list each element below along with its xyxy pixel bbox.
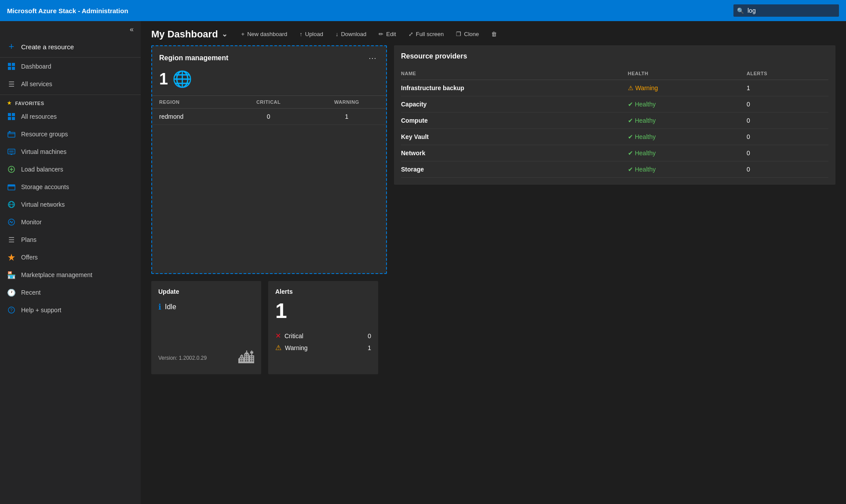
dashboard-title-wrap: My Dashboard ⌄ (151, 29, 227, 40)
rp-table-row[interactable]: Storage✔ Healthy0 (401, 161, 828, 178)
app-title: Microsoft Azure Stack - Administration (7, 7, 733, 15)
delete-icon: 🗑 (491, 31, 497, 37)
sidebar-item-marketplace-management[interactable]: 🏪 Marketplace management (0, 266, 141, 284)
update-version: Version: 1.2002.0.29 (158, 355, 207, 361)
update-footer: Version: 1.2002.0.29 🏙 (158, 349, 254, 367)
dashboard-icon (7, 62, 16, 71)
plus-icon: + (7, 42, 16, 51)
rp-row-alerts: 0 (743, 161, 828, 178)
download-label: Download (341, 31, 366, 37)
region-table-header-row: REGION CRITICAL WARNING (152, 96, 386, 109)
help-support-label: Help + support (21, 307, 61, 314)
dashboard-dropdown-icon[interactable]: ⌄ (222, 30, 227, 38)
new-dashboard-button[interactable]: + New dashboard (236, 28, 293, 40)
upload-label: Upload (305, 31, 323, 37)
rp-row-health: ⚠ Warning (624, 80, 743, 96)
marketplace-label: Marketplace management (21, 271, 92, 278)
rp-name-col-header: NAME (401, 67, 624, 80)
sidebar-item-plans[interactable]: ☰ Plans (0, 231, 141, 248)
sidebar-item-dashboard[interactable]: Dashboard (0, 58, 141, 75)
all-resources-label: All resources (21, 113, 57, 120)
sidebar-item-offers[interactable]: Offers (0, 248, 141, 266)
edit-icon: ✏ (379, 31, 383, 37)
all-services-icon: ☰ (7, 80, 16, 88)
rp-table-row[interactable]: Compute✔ Healthy0 (401, 113, 828, 129)
sidebar-item-storage-accounts[interactable]: Storage accounts (0, 178, 141, 196)
rp-row-name: Key Vault (401, 129, 624, 145)
all-services-label: All services (21, 80, 52, 88)
rp-row-name: Capacity (401, 96, 624, 113)
search-input[interactable] (733, 4, 839, 17)
resource-groups-label: Resource groups (21, 131, 68, 138)
rp-table-row[interactable]: Key Vault✔ Healthy0 (401, 129, 828, 145)
sidebar-item-all-resources[interactable]: All resources (0, 108, 141, 125)
offers-label: Offers (21, 254, 38, 261)
sidebar-item-monitor[interactable]: Monitor (0, 213, 141, 231)
clone-button[interactable]: ❐ Clone (451, 28, 484, 40)
region-management-tile: Region management ⋯ 1 🌐 REGION CRITICAL … (151, 45, 387, 274)
sidebar-item-recent[interactable]: 🕐 Recent (0, 284, 141, 301)
rp-alerts-col-header: ALERTS (743, 67, 828, 80)
rp-row-name: Storage (401, 161, 624, 178)
region-col-header: REGION (152, 96, 230, 109)
sidebar-item-help-support[interactable]: ? Help + support (0, 301, 141, 319)
upload-button[interactable]: ↑ Upload (294, 28, 328, 40)
sidebar-item-virtual-machines[interactable]: Virtual machines (0, 143, 141, 161)
region-count-number: 1 (159, 70, 168, 88)
new-dashboard-icon: + (241, 31, 245, 37)
collapse-button[interactable]: « (0, 21, 141, 36)
info-icon: ℹ (158, 302, 161, 312)
search-wrap: 🔍 (733, 4, 839, 17)
sidebar-item-resource-groups[interactable]: Resource groups (0, 125, 141, 143)
rp-table-row[interactable]: Network✔ Healthy0 (401, 145, 828, 161)
region-tile-menu-button[interactable]: ⋯ (366, 53, 379, 63)
region-critical-cell: 0 (230, 109, 307, 125)
favorites-section: ★ FAVORITES (0, 97, 141, 108)
virtual-networks-label: Virtual networks (21, 201, 65, 208)
check-circle-icon: ✔ (628, 166, 633, 173)
svg-rect-9 (9, 131, 11, 133)
region-count: 1 🌐 (152, 66, 386, 95)
fullscreen-icon: ⤢ (408, 31, 413, 37)
region-tile-header: Region management ⋯ (152, 46, 386, 66)
svg-rect-8 (8, 132, 15, 137)
rp-table-row[interactable]: Infrastructure backup⚠ Warning1 (401, 80, 828, 96)
sidebar-item-virtual-networks[interactable]: Virtual networks (0, 196, 141, 213)
sidebar-item-create-resource[interactable]: + Create a resource (0, 36, 141, 58)
rp-row-health: ✔ Healthy (624, 161, 743, 178)
globe-icon: 🌐 (172, 70, 192, 88)
rp-health-col-header: HEALTH (624, 67, 743, 80)
check-circle-icon: ✔ (628, 117, 633, 124)
edit-button[interactable]: ✏ Edit (373, 28, 401, 40)
warning-icon: ⚠ (275, 343, 281, 352)
alert-warning-row[interactable]: ⚠ Warning 1 (275, 342, 371, 354)
edit-label: Edit (386, 31, 396, 37)
rp-row-name: Compute (401, 113, 624, 129)
clone-icon: ❐ (456, 31, 461, 37)
main-layout: « + Create a resource Dashboard ☰ All se… (0, 21, 846, 504)
rp-table: NAME HEALTH ALERTS Infrastructure backup… (401, 67, 828, 178)
resource-providers-tile: Resource providers NAME HEALTH ALERTS In… (394, 45, 835, 185)
monitor-icon (7, 218, 16, 226)
fullscreen-label: Full screen (416, 31, 444, 37)
warning-triangle-icon: ⚠ (628, 84, 634, 91)
alert-critical-row[interactable]: ✕ Critical 0 (275, 330, 371, 342)
sidebar-item-load-balancers[interactable]: Load balancers (0, 161, 141, 178)
update-alerts-row: Update ℹ Idle Version: 1.2002.0.29 🏙 (151, 281, 387, 374)
load-balancers-icon (7, 165, 16, 174)
region-tile-title: Region management (159, 54, 228, 62)
critical-col-header: CRITICAL (230, 96, 307, 109)
sidebar-item-all-services[interactable]: ☰ All services (0, 75, 141, 93)
fullscreen-button[interactable]: ⤢ Full screen (403, 28, 449, 40)
delete-button[interactable]: 🗑 (486, 28, 502, 40)
region-table-row[interactable]: redmond 0 1 (152, 109, 386, 125)
download-button[interactable]: ↓ Download (330, 28, 372, 40)
region-warning-cell: 1 (307, 109, 386, 125)
rp-row-alerts: 1 (743, 80, 828, 96)
content-area: My Dashboard ⌄ + New dashboard ↑ Upload … (141, 21, 846, 504)
create-resource-label: Create a resource (21, 43, 74, 51)
rp-table-row[interactable]: Capacity✔ Healthy0 (401, 96, 828, 113)
rp-row-alerts: 0 (743, 113, 828, 129)
help-icon: ? (7, 306, 16, 314)
resource-groups-icon (7, 130, 16, 139)
